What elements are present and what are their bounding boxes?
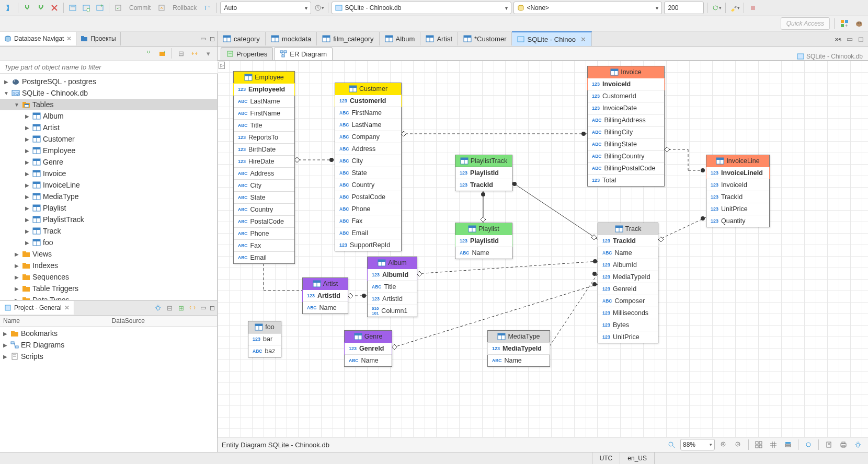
column-bar[interactable]: 123bar	[248, 333, 281, 345]
tree-item-artist[interactable]: ▶Artist	[0, 122, 217, 133]
er-canvas[interactable]: Employee123EmployeeIdABCLastNameABCFirst…	[218, 61, 868, 437]
column-email[interactable]: ABCEmail	[335, 227, 401, 239]
column-phone[interactable]: ABCPhone	[335, 203, 401, 215]
project-item-bookmarks[interactable]: ▶Bookmarks	[0, 328, 217, 339]
column-fax[interactable]: ABCFax	[335, 215, 401, 227]
quick-access-field[interactable]: Quick Access	[781, 17, 830, 30]
column-unitprice[interactable]: 123UnitPrice	[706, 203, 769, 215]
column-trackid[interactable]: 123TrackId	[598, 235, 658, 247]
expand-arrow-icon[interactable]: ▼	[3, 90, 9, 96]
column-column1[interactable]: 010101Column1	[368, 305, 417, 317]
column-address[interactable]: ABCAddress	[335, 143, 401, 155]
column-hiredate[interactable]: 123HireDate	[234, 155, 294, 167]
subtab-er-diagram[interactable]: ER Diagram	[274, 47, 333, 60]
tree-item-foo[interactable]: ▶foo	[0, 237, 217, 248]
entity-header[interactable]: PlaylistTrack	[455, 155, 512, 167]
tree-item-invoice[interactable]: ▶Invoice	[0, 168, 217, 179]
tree-item-sequences[interactable]: ▶Sequences	[0, 271, 217, 283]
tree-item-sqlite-chinook-db[interactable]: ▼SQLSQLite - Chinook.db	[0, 87, 217, 99]
export-icon[interactable]	[823, 439, 835, 450]
column-title[interactable]: ABCTitle	[234, 119, 294, 131]
entity-foo[interactable]: foo123barABCbaz	[248, 321, 281, 357]
column-artistid[interactable]: 123ArtistId	[302, 289, 348, 302]
plug-plus-icon[interactable]: +	[35, 2, 47, 14]
expand-arrow-icon[interactable]: ▶	[24, 228, 30, 234]
close-icon[interactable]: ✕	[66, 35, 72, 42]
collapse-all-icon[interactable]: ⊟	[175, 48, 187, 59]
column-city[interactable]: ABCCity	[234, 179, 294, 191]
column-name[interactable]: ABCName	[488, 354, 550, 366]
column-email[interactable]: ABCEmail	[234, 251, 294, 263]
tree-item-table-triggers[interactable]: ▶Table Triggers	[0, 283, 217, 294]
entity-header[interactable]: foo	[248, 321, 281, 333]
rollback-button[interactable]: Rollback	[169, 4, 200, 11]
minimize-icon[interactable]: ▭	[198, 34, 208, 43]
new-folder-icon[interactable]: +	[157, 48, 168, 59]
column-artistid[interactable]: 123ArtistId	[368, 293, 417, 305]
column-country[interactable]: ABCCountry	[335, 179, 401, 191]
tree-item-genre[interactable]: ▶Genre	[0, 156, 217, 168]
column-total[interactable]: 123Total	[588, 174, 664, 186]
column-country[interactable]: ABCCountry	[234, 203, 294, 215]
new-conn-icon[interactable]	[3, 2, 15, 14]
expand-arrow-icon[interactable]: ▶	[2, 354, 8, 359]
entity-invoice[interactable]: Invoice123InvoiceId123CustomerId123Invoi…	[587, 66, 665, 187]
column-name[interactable]: ABCName	[345, 354, 392, 366]
close-icon[interactable]: ✕	[580, 36, 586, 43]
col-datasource[interactable]: DataSource	[109, 316, 218, 326]
editor-tab-mockdata[interactable]: mockdata	[266, 32, 317, 45]
expand-arrow-icon[interactable]: ▶	[24, 217, 30, 223]
editor-tab-sqlite-chinoo[interactable]: SQLite - Chinoo✕	[512, 31, 592, 46]
expand-arrow-icon[interactable]: ▶	[24, 113, 30, 119]
column-genreid[interactable]: 123GenreId	[598, 283, 658, 295]
entity-header[interactable]: Track	[598, 223, 658, 235]
commit-icon[interactable]	[112, 2, 124, 14]
project-item-scripts[interactable]: ▶Scripts	[0, 351, 217, 362]
column-phone[interactable]: ABCPhone	[234, 227, 294, 239]
column-unitprice[interactable]: 123UnitPrice	[598, 331, 658, 343]
dbeaver-perspective-icon[interactable]	[853, 18, 865, 29]
settings-icon[interactable]	[852, 439, 864, 450]
expand-arrow-icon[interactable]: ▶	[24, 148, 30, 154]
tree-item-data-types[interactable]: ▶Data Types	[0, 294, 217, 300]
column-composer[interactable]: ABCComposer	[598, 295, 658, 307]
entity-header[interactable]: Album	[368, 257, 417, 269]
column-employeeid[interactable]: 123EmployeeId	[233, 83, 295, 96]
settings-gear-icon[interactable]	[152, 302, 164, 314]
collapse-all-icon[interactable]: ⊟	[164, 302, 175, 314]
tree-item-playlist[interactable]: ▶Playlist	[0, 202, 217, 214]
schema-combo[interactable]: <None>▾	[513, 2, 662, 14]
column-firstname[interactable]: ABCFirstName	[335, 107, 401, 119]
column-mediatypeid[interactable]: 123MediaTypeId	[487, 342, 550, 355]
entity-playlist[interactable]: Playlist123PlaylistIdABCName	[455, 223, 512, 259]
expand-arrow-icon[interactable]: ▶	[24, 125, 30, 131]
column-playlistid[interactable]: 123PlaylistId	[455, 167, 512, 179]
plug-small-icon[interactable]	[143, 48, 155, 59]
column-city[interactable]: ABCCity	[335, 155, 401, 167]
column-invoiceid[interactable]: 123InvoiceId	[706, 179, 769, 191]
palette-toggle-icon[interactable]: ▷	[219, 62, 225, 69]
column-playlistid[interactable]: 123PlaylistId	[455, 235, 512, 247]
column-company[interactable]: ABCCompany	[335, 131, 401, 143]
plug-icon[interactable]	[21, 2, 33, 14]
entity-track[interactable]: Track123TrackIdABCName123AlbumId123Media…	[598, 223, 658, 343]
col-name[interactable]: Name	[0, 316, 109, 326]
minimize-icon[interactable]: ▭	[198, 303, 208, 312]
column-mediatypeid[interactable]: 123MediaTypeId	[598, 271, 658, 283]
entity-playlisttrack[interactable]: PlaylistTrack123PlaylistId123TrackId	[455, 155, 512, 191]
row-limit-field[interactable]: 200	[664, 2, 704, 14]
column-albumid[interactable]: 123AlbumId	[598, 259, 658, 271]
project-item-er-diagrams[interactable]: ▶ER Diagrams	[0, 339, 217, 351]
sql-editor-icon[interactable]	[67, 2, 78, 14]
tree-item-customer[interactable]: ▶Customer	[0, 133, 217, 145]
stop-icon[interactable]	[747, 2, 759, 14]
expand-arrow-icon[interactable]: ▶	[14, 286, 20, 292]
column-reportsto[interactable]: 123ReportsTo	[234, 131, 294, 143]
expand-arrow-icon[interactable]: ▶	[24, 205, 30, 211]
column-firstname[interactable]: ABCFirstName	[234, 107, 294, 119]
column-quantity[interactable]: 123Quantity	[706, 215, 769, 227]
editor-tab-film-category[interactable]: film_category	[317, 32, 379, 45]
column-invoicedate[interactable]: 123InvoiceDate	[588, 102, 664, 114]
view-menu-icon[interactable]: ▾	[202, 48, 214, 59]
refresh-diagram-icon[interactable]	[803, 439, 814, 450]
